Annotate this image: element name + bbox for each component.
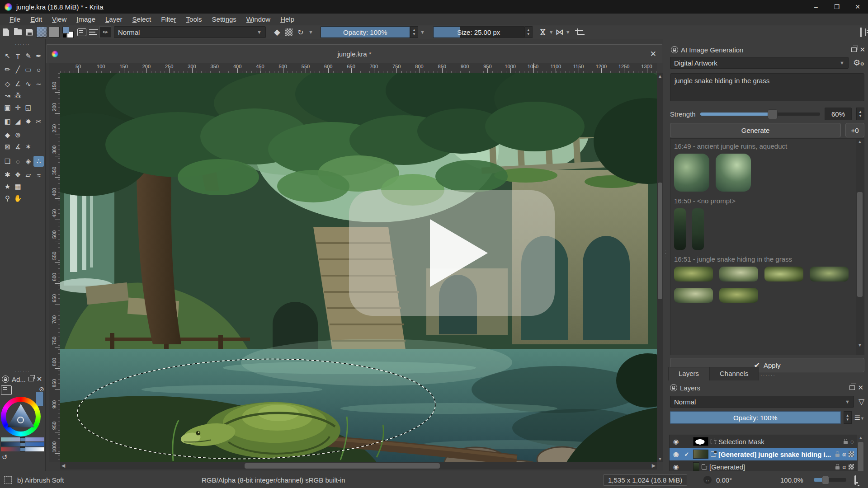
tool-polygon[interactable]: ◇ bbox=[2, 79, 13, 89]
float-docker-icon[interactable] bbox=[28, 377, 34, 381]
tool-pattern-stamp[interactable]: ▦ bbox=[13, 181, 23, 192]
shade-strip[interactable] bbox=[1, 437, 44, 441]
tool-freehand-select[interactable]: ∴ bbox=[33, 156, 44, 167]
menu-select[interactable]: Select bbox=[127, 14, 156, 24]
size-spinner[interactable]: ▲▼ bbox=[524, 26, 533, 38]
preserve-alpha-button[interactable] bbox=[283, 26, 295, 38]
chevron-down-icon[interactable]: ▼ bbox=[566, 29, 571, 35]
canvas-vertical-scrollbar[interactable]: ▲ ▼ bbox=[657, 73, 663, 462]
eraser-mode-button[interactable]: ◆ bbox=[271, 26, 283, 38]
menu-window[interactable]: Window bbox=[241, 14, 275, 24]
wrap-around-mode-button[interactable] bbox=[575, 26, 587, 38]
tool-edit-shapes[interactable]: ✎ bbox=[23, 51, 33, 61]
current-color-swatch[interactable] bbox=[36, 392, 44, 406]
reload-preset-button[interactable]: ↻ bbox=[295, 26, 307, 38]
tool-polyline[interactable]: ∠ bbox=[13, 79, 23, 89]
new-document-button[interactable] bbox=[0, 26, 12, 38]
zoom-value[interactable]: 100.0% bbox=[780, 476, 803, 484]
tool-bezier-curve[interactable]: ∿ bbox=[23, 79, 33, 89]
tool-rectangle[interactable]: ▭ bbox=[23, 64, 33, 75]
tool-patch-brush[interactable]: ✸ bbox=[23, 116, 33, 127]
toolbox-drag-handle[interactable]: ······ bbox=[0, 42, 45, 47]
tool-rect-select[interactable]: ❏ bbox=[2, 156, 13, 167]
layer-check-icon[interactable]: ✓ bbox=[683, 451, 691, 458]
history-thumbnail[interactable] bbox=[674, 208, 686, 250]
tool-gradient[interactable]: ◧ bbox=[2, 116, 13, 127]
workspace-chooser-button[interactable] bbox=[860, 28, 862, 36]
strength-slider[interactable] bbox=[700, 113, 820, 116]
menu-filter[interactable]: Filter bbox=[156, 14, 181, 24]
selector-settings-icon[interactable] bbox=[1, 385, 12, 395]
h-scroll-thumb[interactable] bbox=[245, 463, 440, 469]
tool-smart-patch[interactable]: ✂ bbox=[33, 116, 44, 127]
tool-similar-select[interactable]: ❖ bbox=[13, 169, 23, 180]
mirror-vertical-icon[interactable]: ⋈ bbox=[556, 27, 564, 37]
close-button[interactable]: ✕ bbox=[847, 0, 868, 14]
queue-count-button[interactable]: +0 bbox=[845, 123, 864, 137]
tab-channels[interactable]: Channels bbox=[709, 367, 759, 380]
layer-opacity-slider[interactable]: Opacity: 100% bbox=[670, 411, 841, 424]
zoom-slider-handle[interactable] bbox=[822, 476, 829, 484]
fg-bg-color-selector[interactable] bbox=[62, 26, 74, 38]
inherit-alpha-icon[interactable] bbox=[849, 451, 854, 457]
opacity-slider[interactable]: Opacity: 100% bbox=[321, 26, 410, 38]
image-dimensions[interactable]: 1,535 x 1,024 (16.8 MiB) bbox=[603, 474, 687, 486]
save-button[interactable] bbox=[24, 26, 35, 38]
float-docker-icon[interactable] bbox=[851, 47, 857, 52]
scroll-left-icon[interactable]: ◀ bbox=[60, 462, 66, 469]
tool-bezier-select[interactable]: ▱ bbox=[23, 169, 33, 180]
lock-icon[interactable] bbox=[844, 441, 848, 444]
scroll-down-icon[interactable]: ▼ bbox=[856, 342, 864, 348]
tool-line[interactable]: ╱ bbox=[13, 64, 23, 75]
open-document-button[interactable] bbox=[12, 26, 24, 38]
layer-filter-icon[interactable]: ▽ bbox=[859, 397, 864, 407]
brush-preset-thumbnail[interactable]: ✑ bbox=[99, 26, 111, 38]
maximize-button[interactable]: ❐ bbox=[826, 0, 847, 14]
mirror-horizontal-icon[interactable]: ⋈ bbox=[538, 28, 548, 36]
tool-assistants[interactable]: ⊠ bbox=[2, 141, 13, 152]
chevron-down-icon[interactable]: ▼ bbox=[549, 29, 554, 35]
docker-lock-icon[interactable] bbox=[2, 375, 9, 383]
tool-transform[interactable]: ▣ bbox=[2, 102, 13, 113]
tool-ellipse-select[interactable]: ◌ bbox=[13, 156, 23, 167]
canvas-horizontal-scrollbar[interactable]: ◀ ▶ bbox=[60, 462, 657, 469]
docker-lock-icon[interactable] bbox=[671, 46, 678, 53]
chevron-down-icon[interactable]: ▼ bbox=[420, 29, 425, 35]
history-thumbnail[interactable] bbox=[716, 154, 751, 192]
choose-brush-preset-button[interactable] bbox=[76, 26, 88, 38]
history-thumbnail[interactable] bbox=[674, 288, 713, 303]
tool-measure[interactable]: ∡ bbox=[13, 141, 23, 152]
docker-drag-handle[interactable]: ······ bbox=[0, 368, 45, 374]
canvas-viewport[interactable] bbox=[60, 73, 657, 462]
tool-pan[interactable]: ✋ bbox=[13, 193, 23, 204]
ai-settings-gear-icon[interactable]: ⚙⚙ bbox=[853, 58, 864, 68]
tool-move[interactable]: ✛ bbox=[13, 102, 23, 113]
canvas-rotation-value[interactable]: 0.00° bbox=[716, 476, 732, 484]
tool-fill[interactable]: ◆ bbox=[2, 130, 13, 141]
lock-icon[interactable] bbox=[835, 454, 840, 457]
tool-polygon-select[interactable]: ◈ bbox=[23, 156, 33, 167]
menu-layer[interactable]: Layer bbox=[100, 14, 127, 24]
tool-multibrush[interactable]: ⁂ bbox=[13, 90, 23, 101]
layer-thumbnail[interactable] bbox=[693, 437, 708, 446]
generation-history[interactable]: 16:49 - ancient jungle ruins, aqueduct16… bbox=[670, 138, 864, 355]
menu-edit[interactable]: Edit bbox=[25, 14, 47, 24]
layer-opacity-spinner[interactable]: ▲▼ bbox=[844, 411, 852, 424]
chevron-down-icon[interactable]: ▼ bbox=[308, 29, 313, 35]
close-icon[interactable]: ✕ bbox=[859, 46, 865, 54]
layer-visibility-icon[interactable]: ◉ bbox=[671, 450, 680, 458]
fit-to-screen-button[interactable] bbox=[854, 476, 856, 484]
tool-freehand-brush[interactable]: ✏ bbox=[2, 64, 13, 75]
tool-zoom[interactable]: ⚲ bbox=[2, 193, 13, 204]
inherit-alpha-icon[interactable] bbox=[849, 464, 854, 469]
layer-blend-mode-combo[interactable]: Normal ▼ bbox=[670, 396, 854, 408]
tool-magnetic-select[interactable]: ≈ bbox=[33, 169, 44, 180]
zoom-slider[interactable] bbox=[814, 478, 846, 482]
strength-value[interactable]: 60% bbox=[825, 108, 852, 120]
scroll-up-icon[interactable]: ▲ bbox=[856, 139, 864, 145]
layer-visibility-icon[interactable]: ◉ bbox=[671, 438, 680, 445]
style-preset-combo[interactable]: Digital Artwork ▼ bbox=[670, 57, 849, 69]
history-thumbnail[interactable] bbox=[810, 267, 849, 282]
edit-brush-settings-button[interactable] bbox=[88, 26, 99, 38]
tool-calligraphy[interactable]: ✒ bbox=[33, 51, 44, 61]
